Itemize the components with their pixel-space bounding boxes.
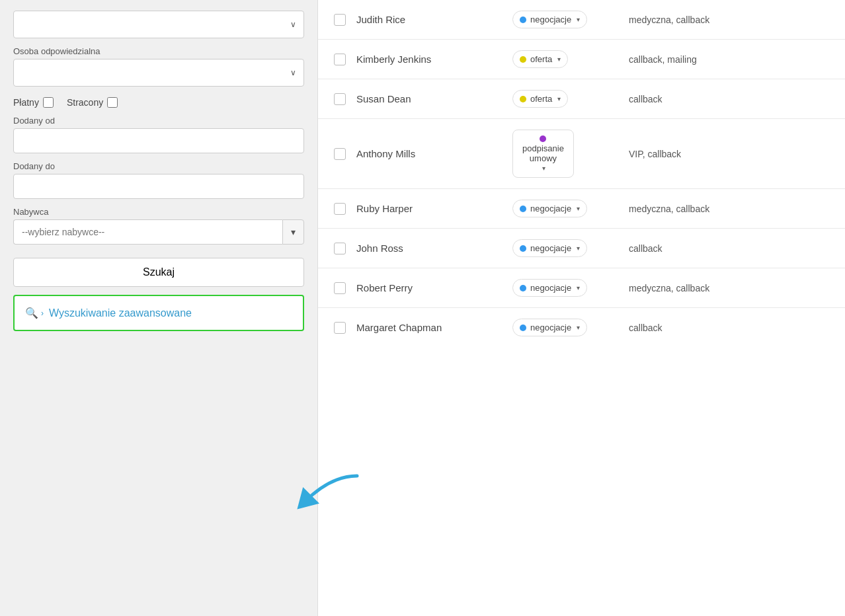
status-dot-icon (520, 17, 526, 23)
contact-name: Ruby Harper (356, 203, 502, 214)
contact-tags: VIP, callback (629, 149, 829, 159)
status-badge: oferta▾ (512, 50, 618, 68)
contact-checkbox[interactable] (334, 322, 346, 334)
contact-checkbox[interactable] (334, 93, 346, 105)
contact-row: Robert Perrynegocjacje▾medyczna, callbac… (318, 268, 845, 308)
contact-row: Margaret Chapmannegocjacje▾callback (318, 308, 845, 347)
status-label: oferta (530, 54, 552, 64)
status-pill[interactable]: negocjacje▾ (512, 200, 587, 217)
chevron-down-icon: ▾ (577, 205, 580, 212)
contact-name: Kimberly Jenkins (356, 54, 502, 65)
contact-checkbox[interactable] (334, 282, 346, 294)
contact-checkbox[interactable] (334, 14, 346, 26)
advanced-search-label: Wyszukiwanie zaawansowane (49, 307, 192, 319)
dodany-do-input[interactable] (13, 174, 304, 199)
nabywca-dropdown-btn[interactable]: ▾ (282, 219, 304, 245)
status-label: podpisanieumowy (522, 143, 564, 163)
checkboxes-row: Płatny Stracony (13, 97, 304, 108)
status-dot-icon (520, 96, 526, 102)
osoba-section: Osoba odpowiedzialna ∨ (13, 46, 304, 87)
status-pill[interactable]: oferta▾ (512, 50, 568, 68)
status-dot-icon (520, 245, 526, 252)
status-badge: negocjacje▾ (512, 200, 618, 217)
osoba-label: Osoba odpowiedzialna (13, 46, 304, 56)
contact-tags: callback (629, 323, 829, 333)
contact-row: Judith Ricenegocjacje▾medyczna, callback (318, 0, 845, 40)
contact-tags: callback, mailing (629, 54, 829, 65)
contact-name: Robert Perry (356, 282, 502, 293)
contact-checkbox[interactable] (334, 148, 346, 160)
status-pill[interactable]: negocjacje▾ (512, 279, 587, 297)
status-pill[interactable]: negocjacje▾ (512, 319, 587, 336)
search-icon: 🔍 (25, 307, 38, 319)
platny-label: Płatny (13, 97, 39, 108)
chevron-down-icon: ▾ (557, 95, 561, 102)
dodany-od-label: Dodany od (13, 116, 304, 126)
contact-tags: callback (629, 94, 829, 104)
status-badge: negocjacje▾ (512, 319, 618, 336)
contact-row: John Rossnegocjacje▾callback (318, 229, 845, 268)
contact-tags: medyczna, callback (629, 283, 829, 293)
chevron-down-icon: ▾ (557, 56, 561, 63)
status-pill[interactable]: negocjacje▾ (512, 239, 587, 257)
nabywca-wrapper: ▾ (13, 219, 304, 245)
contact-name: John Ross (356, 243, 502, 254)
status-label: oferta (530, 94, 552, 104)
search-button[interactable]: Szukaj (13, 258, 304, 287)
nabywca-label: Nabywca (13, 207, 304, 217)
contact-row: Kimberly Jenkinsoferta▾callback, mailing (318, 40, 845, 79)
status-label: negocjacje (530, 243, 571, 253)
contact-checkbox[interactable] (334, 54, 346, 65)
contact-name: Anthony Mills (356, 148, 502, 159)
status-badge: negocjacje▾ (512, 279, 618, 297)
dodany-do-section: Dodany do (13, 161, 304, 199)
chevron-down-icon: ▾ (577, 16, 580, 23)
status-pill[interactable]: negocjacje▾ (512, 11, 587, 28)
status-dot-icon (520, 285, 526, 291)
chevron-down-icon: ▾ (577, 324, 580, 331)
dodany-do-label: Dodany do (13, 161, 304, 171)
contact-name: Judith Rice (356, 14, 502, 25)
status-badge: oferta▾ (512, 90, 618, 108)
contact-name: Margaret Chapman (356, 322, 502, 333)
status-label: negocjacje (530, 323, 571, 332)
status-badge: negocjacje▾ (512, 11, 618, 28)
contact-checkbox[interactable] (334, 203, 346, 215)
contact-tags: callback (629, 243, 829, 254)
chevron-down-icon: ▾ (542, 165, 545, 172)
status-dot-icon (520, 325, 526, 331)
status-label: negocjacje (530, 283, 571, 293)
status-label: negocjacje (530, 15, 571, 24)
status-dot-icon (520, 56, 526, 63)
left-panel: ∨ Osoba odpowiedzialna ∨ Płatny Stracony… (0, 0, 317, 616)
stracony-label: Stracony (67, 97, 103, 108)
osoba-dropdown[interactable] (13, 59, 304, 87)
first-dropdown-wrapper: ∨ (13, 11, 304, 38)
first-dropdown[interactable] (13, 11, 304, 38)
dodany-od-section: Dodany od (13, 116, 304, 153)
status-dot-icon (540, 135, 546, 142)
stracony-checkbox-label[interactable]: Stracony (67, 97, 118, 108)
status-pill[interactable]: oferta▾ (512, 90, 568, 108)
chevron-down-icon: ▾ (577, 284, 580, 291)
advanced-search-box[interactable]: 🔍 › Wyszukiwanie zaawansowane (13, 295, 304, 331)
contact-row: Ruby Harpernegocjacje▾medyczna, callback (318, 189, 845, 229)
stracony-checkbox[interactable] (107, 97, 118, 108)
contact-row: Anthony Millspodpisanieumowy▾VIP, callba… (318, 119, 845, 189)
chevron-right-icon: › (41, 309, 44, 318)
right-panel: Judith Ricenegocjacje▾medyczna, callback… (317, 0, 845, 616)
platny-checkbox[interactable] (43, 97, 54, 108)
status-dot-icon (520, 206, 526, 212)
nabywca-input[interactable] (13, 219, 282, 245)
contact-tags: medyczna, callback (629, 204, 829, 214)
contact-tags: medyczna, callback (629, 15, 829, 25)
nabywca-section: Nabywca ▾ (13, 207, 304, 245)
contact-row: Susan Deanoferta▾callback (318, 79, 845, 119)
contact-checkbox[interactable] (334, 243, 346, 254)
contact-name: Susan Dean (356, 93, 502, 104)
platny-checkbox-label[interactable]: Płatny (13, 97, 54, 108)
status-pill[interactable]: podpisanieumowy▾ (512, 130, 574, 178)
dodany-od-input[interactable] (13, 128, 304, 153)
status-badge: podpisanieumowy▾ (512, 130, 618, 178)
osoba-dropdown-wrapper: ∨ (13, 59, 304, 87)
